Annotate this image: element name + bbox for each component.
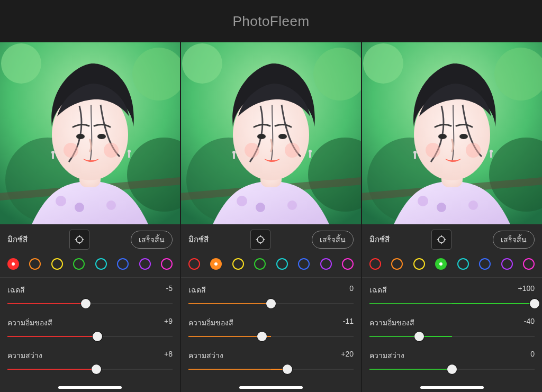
panel-header: มิกซ์สีเสร็จสิ้น	[181, 224, 361, 254]
color-swatch[interactable]	[320, 258, 332, 270]
color-swatch-row	[181, 254, 361, 278]
slider-label: เฉดสี	[188, 284, 206, 296]
preview-image[interactable]	[0, 42, 180, 224]
svg-point-12	[97, 134, 106, 139]
slider-track[interactable]	[188, 364, 354, 374]
color-swatch[interactable]	[298, 258, 310, 270]
slider-track[interactable]	[7, 299, 173, 308]
slider-row: เฉดสี0	[188, 282, 354, 312]
panel-header: มิกซ์สีเสร็จสิ้น	[0, 224, 180, 254]
editor-panel: มิกซ์สีเสร็จสิ้นเฉดสี+100ความอิ่มของสี-4…	[362, 42, 542, 392]
color-swatch[interactable]	[413, 258, 425, 270]
color-swatch[interactable]	[479, 258, 491, 270]
slider-track[interactable]	[369, 332, 535, 341]
slider-value: +100	[518, 284, 535, 296]
slider-value: +9	[164, 317, 173, 329]
svg-point-36	[278, 134, 287, 139]
slider-track[interactable]	[369, 364, 535, 374]
svg-point-19	[76, 236, 83, 243]
editor-panel: มิกซ์สีเสร็จสิ้นเฉดสี-5ความอิ่มของสี+9คว…	[0, 42, 180, 392]
slider-value: 0	[530, 350, 535, 361]
color-swatch[interactable]	[7, 258, 19, 270]
slider-row: เฉดสี+100	[369, 282, 535, 312]
slider-thumb[interactable]	[530, 299, 539, 308]
svg-point-38	[285, 143, 300, 158]
svg-point-56	[468, 200, 478, 210]
color-swatch[interactable]	[161, 258, 173, 270]
done-button[interactable]: เสร็จสิ้น	[312, 231, 354, 249]
slider-thumb[interactable]	[447, 364, 457, 374]
slider-value: -11	[343, 317, 354, 329]
color-swatch[interactable]	[73, 258, 85, 270]
color-swatch[interactable]	[117, 258, 129, 270]
slider-thumb[interactable]	[93, 332, 102, 341]
svg-point-6	[56, 196, 66, 206]
color-swatch[interactable]	[501, 258, 513, 270]
slider-track[interactable]	[7, 332, 173, 341]
preview-image[interactable]	[181, 42, 361, 224]
svg-rect-16	[52, 153, 54, 159]
slider-row: ความอิ่มของสี+9	[7, 315, 173, 344]
slider-label: ความสว่าง	[188, 350, 223, 361]
slider-label: ความสว่าง	[369, 350, 404, 361]
slider-label: ความอิ่มของสี	[188, 317, 233, 329]
done-button[interactable]: เสร็จสิ้น	[131, 231, 173, 249]
color-swatch[interactable]	[391, 258, 403, 270]
color-swatch[interactable]	[29, 258, 41, 270]
color-swatch[interactable]	[95, 258, 107, 270]
target-adjust-button[interactable]	[250, 230, 270, 250]
color-swatch[interactable]	[342, 258, 354, 270]
preview-image[interactable]	[362, 42, 542, 224]
slider-row: ความสว่าง0	[369, 348, 535, 377]
svg-point-61	[426, 143, 440, 158]
slider-thumb[interactable]	[81, 299, 91, 308]
svg-point-62	[466, 143, 481, 158]
slider-row: ความสว่าง+8	[7, 348, 173, 377]
color-swatch[interactable]	[457, 258, 469, 270]
slider-thumb[interactable]	[257, 332, 267, 341]
color-swatch[interactable]	[276, 258, 288, 270]
slider-track[interactable]	[369, 299, 535, 308]
svg-point-35	[257, 134, 266, 139]
slider-value: -5	[166, 284, 173, 296]
color-swatch[interactable]	[523, 258, 535, 270]
slider-thumb[interactable]	[266, 299, 276, 308]
controls-area: มิกซ์สีเสร็จสิ้นเฉดสี+100ความอิ่มของสี-4…	[362, 224, 542, 392]
slider-value: 0	[349, 284, 354, 296]
target-adjust-button[interactable]	[69, 230, 89, 250]
svg-point-7	[75, 203, 84, 212]
color-swatch[interactable]	[210, 258, 222, 270]
svg-point-32	[287, 200, 297, 210]
slider-thumb[interactable]	[92, 364, 101, 374]
svg-rect-18	[128, 152, 130, 158]
app-root: PhotoFleem	[0, 0, 542, 392]
sliders-group: เฉดสี+100ความอิ่มของสี-40ความสว่าง0	[362, 278, 542, 380]
svg-point-37	[245, 143, 259, 158]
editor-panel: มิกซ์สีเสร็จสิ้นเฉดสี0ความอิ่มของสี-11คว…	[181, 42, 361, 392]
sliders-group: เฉดสี0ความอิ่มของสี-11ความสว่าง+20	[181, 278, 361, 380]
slider-thumb[interactable]	[414, 332, 424, 341]
slider-track[interactable]	[188, 299, 354, 308]
color-swatch[interactable]	[51, 258, 63, 270]
svg-point-54	[418, 196, 428, 206]
color-swatch[interactable]	[254, 258, 266, 270]
home-indicator	[58, 386, 122, 389]
slider-thumb[interactable]	[283, 364, 292, 374]
color-swatch-row	[0, 254, 180, 278]
slider-row: เฉดสี-5	[7, 282, 173, 312]
color-swatch[interactable]	[435, 258, 447, 270]
slider-track[interactable]	[188, 332, 354, 341]
site-title: PhotoFleem	[0, 0, 542, 42]
color-swatch[interactable]	[139, 258, 151, 270]
done-button[interactable]: เสร็จสิ้น	[493, 231, 535, 249]
slider-label: เฉดสี	[369, 284, 387, 296]
color-swatch[interactable]	[369, 258, 381, 270]
color-swatch[interactable]	[188, 258, 200, 270]
color-swatch[interactable]	[232, 258, 244, 270]
color-mix-label: มิกซ์สี	[188, 233, 209, 246]
slider-track[interactable]	[7, 364, 173, 374]
svg-point-13	[64, 143, 78, 158]
target-adjust-button[interactable]	[431, 230, 451, 250]
svg-rect-66	[490, 152, 492, 158]
sliders-group: เฉดสี-5ความอิ่มของสี+9ความสว่าง+8	[0, 278, 180, 380]
